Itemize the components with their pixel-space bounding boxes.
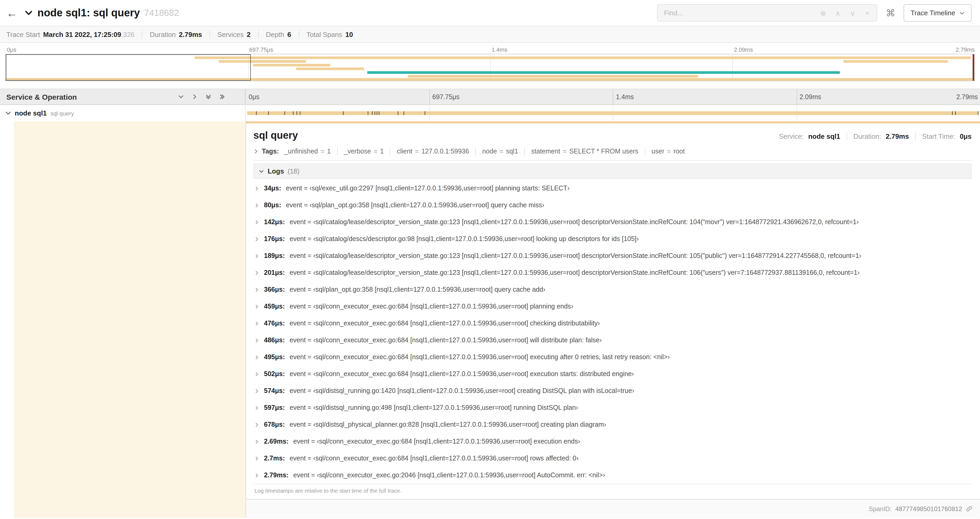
timeline-header: Service & Operation 0μs697.7 [0,89,980,105]
span-expand-icon[interactable] [5,110,11,116]
chevron-right-icon[interactable] [255,355,259,359]
log-row[interactable]: 176μs: event = ‹sql/catalog/descs/descri… [255,230,972,248]
span-detail-panel: sql query Service: node sql1 Duration: 2… [245,121,980,518]
chevron-right-icon[interactable] [255,321,259,326]
minimap-span [367,71,840,74]
keyboard-shortcuts-icon[interactable]: ⌘ [886,7,895,19]
log-row[interactable]: 678μs: event = ‹sql/distsql_physical_pla… [255,416,972,433]
chevron-right-icon[interactable] [255,186,259,191]
log-event-text: event = ‹sql/conn_executor_exec.go:2046 … [293,471,605,479]
chevron-down-icon [259,169,264,174]
log-timestamp: 366μs: [264,286,285,293]
collapse-all-icon[interactable] [219,94,225,100]
meta-label: Service: [779,133,804,140]
log-row[interactable]: 34μs: event = ‹sql/exec_util.go:2297 [ns… [255,180,972,197]
log-row[interactable]: 189μs: event = ‹sql/catalog/lease/descri… [255,248,972,264]
summary-item: Depth 6 [258,30,299,38]
chevron-right-icon[interactable] [255,388,259,393]
log-row[interactable]: 459μs: event = ‹sql/conn_executor_exec.g… [255,298,972,315]
expand-one-icon[interactable] [178,94,184,100]
summary-label: Services [217,30,244,38]
clear-match-icon[interactable]: × [860,6,875,20]
logs-header[interactable]: Logs (18) [253,163,972,179]
trace-id: 7418682 [144,8,179,18]
log-row[interactable]: 2.7ms: event = ‹sql/conn_executor_exec.g… [255,450,972,467]
chevron-right-icon[interactable] [255,220,259,224]
log-row[interactable]: 366μs: event = ‹sql/plan_opt.go:358 [nsq… [255,281,972,298]
meta-label: Start Time: [922,133,955,140]
spanid-label: SpanID: [869,505,892,513]
minimap-span [195,56,971,59]
log-row[interactable]: 142μs: event = ‹sql/catalog/lease/descri… [255,214,972,230]
log-row[interactable]: 495μs: event = ‹sql/conn_executor_exec.g… [255,349,972,366]
chevron-right-icon[interactable] [255,236,259,241]
log-event-text: event = ‹sql/plan_opt.go:358 [nsql1,clie… [290,286,545,293]
log-tick [293,111,294,115]
tags-label[interactable]: Tags: [262,148,279,155]
summary-item: Duration 2.79ms [142,30,210,38]
link-icon[interactable] [966,505,973,512]
log-row[interactable]: 486μs: event = ‹sql/conn_executor_exec.g… [255,332,972,349]
chevron-right-icon[interactable] [255,338,259,343]
chevron-right-icon[interactable] [255,270,259,275]
summary-label: Total Spans [306,30,342,38]
trace-timeline-button[interactable]: Trace Timeline [904,4,972,22]
log-event-text: event = ‹sql/conn_executor_exec.go:684 [… [290,337,602,344]
span-row-name[interactable]: node sql1 sql query [0,105,245,121]
service-operation-header: Service & Operation [0,89,245,104]
focus-match-icon[interactable]: ⊕ [816,6,830,20]
log-row[interactable]: 574μs: event = ‹sql/distsql_running.go:1… [255,382,972,399]
chevron-right-icon[interactable] [255,304,259,309]
span-bar[interactable] [247,111,978,115]
tag-equals: = [563,148,567,155]
minimap-scrubber[interactable] [973,54,974,81]
timeline-collapser [178,94,225,100]
find-input[interactable] [657,5,816,21]
chevron-right-icon[interactable] [255,456,259,461]
trace-collapse-icon[interactable] [24,8,33,18]
minimap-selection[interactable] [6,54,251,81]
logs-footer-note: Log timestamps are relative to the start… [253,484,972,498]
summary-item: Trace Start March 31 2022, 17:25:09 .326 [6,30,142,38]
log-row[interactable]: 597μs: event = ‹sql/distsql_running.go:4… [255,399,972,416]
chevron-right-icon[interactable] [255,203,259,208]
chevron-right-icon[interactable] [253,149,259,154]
prev-match-icon[interactable]: ∧ [830,6,845,20]
log-tick [955,111,956,115]
summary-item: Total Spans 10 [299,30,360,38]
chevron-right-icon[interactable] [255,287,259,292]
spanid-strip: SpanID: 4877749850101760812 [246,499,980,518]
chevron-right-icon[interactable] [255,422,259,427]
log-tick [404,111,404,115]
chevron-right-icon[interactable] [255,439,259,444]
log-timestamp: 459μs: [264,303,285,310]
log-row[interactable]: 502μs: event = ‹sql/conn_executor_exec.g… [255,366,972,382]
next-match-icon[interactable]: ∨ [845,6,860,20]
tags-row: Tags: _unfinished=1 _verbose=1 client=12… [253,148,972,155]
collapse-one-icon[interactable] [192,94,197,100]
trace-minimap: 0μs697.75μs1.4ms2.09ms2.79ms [5,46,975,81]
chevron-right-icon[interactable] [255,254,259,258]
ruler-tick-label: 2.09ms [796,89,821,104]
minimap-canvas[interactable] [5,54,975,81]
span-row-timeline [245,105,980,121]
find-icon-group: ⊕∧∨× [816,6,877,20]
tag-value: sql1 [506,148,518,155]
log-tick [269,111,269,115]
meta-value: 2.79ms [886,133,909,140]
log-timestamp: 201μs: [264,269,285,276]
chevron-right-icon[interactable] [255,405,259,410]
log-row[interactable]: 2.69ms: event = ‹sql/conn_executor_exec.… [255,433,972,450]
expand-all-icon[interactable] [205,94,211,100]
log-event-text: event = ‹sql/conn_executor_exec.go:684 [… [290,370,634,378]
log-row[interactable]: 201μs: event = ‹sql/catalog/lease/descri… [255,264,972,281]
log-tick [256,111,256,115]
chevron-right-icon[interactable] [255,372,259,376]
chevron-right-icon[interactable] [255,473,259,477]
ruler-tick-label: 697.75μs [429,89,460,104]
log-row[interactable]: 2.79ms: event = ‹sql/conn_executor_exec.… [255,467,972,484]
back-button[interactable]: ← [6,6,24,19]
log-row[interactable]: 80μs: event = ‹sql/plan_opt.go:358 [nsql… [255,197,972,214]
meta-value: node sql1 [808,133,840,140]
log-row[interactable]: 476μs: event = ‹sql/conn_executor_exec.g… [255,315,972,332]
